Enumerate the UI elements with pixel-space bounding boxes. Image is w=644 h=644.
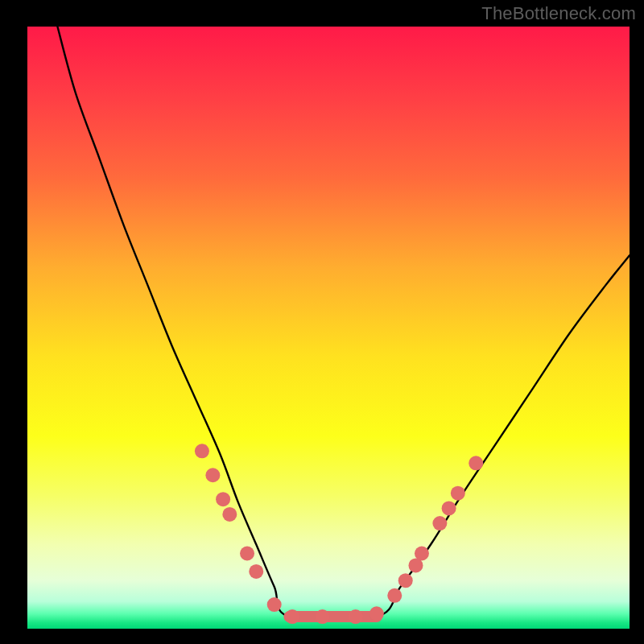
marker-dot [469,456,483,470]
chart-frame: TheBottleneck.com [0,0,644,644]
marker-dot [216,492,230,506]
marker-dot [195,444,209,458]
marker-dot [451,486,465,501]
marker-dot [249,564,263,579]
marker-dot [398,573,413,588]
marker-dot [387,588,402,603]
marker-dot [267,597,282,612]
marker-dot [316,609,330,624]
marker-dot [349,609,363,624]
chart-canvas [27,27,630,629]
marker-dot [415,547,429,561]
marker-dot [442,501,456,515]
marker-dot [285,609,299,624]
watermark-text: TheBottleneck.com [481,3,636,24]
marker-dot [240,547,254,561]
marker-dot [369,606,384,621]
marker-dot [205,468,220,482]
gradient-rect [27,27,630,629]
marker-dot [432,516,447,530]
marker-dot [222,507,237,522]
